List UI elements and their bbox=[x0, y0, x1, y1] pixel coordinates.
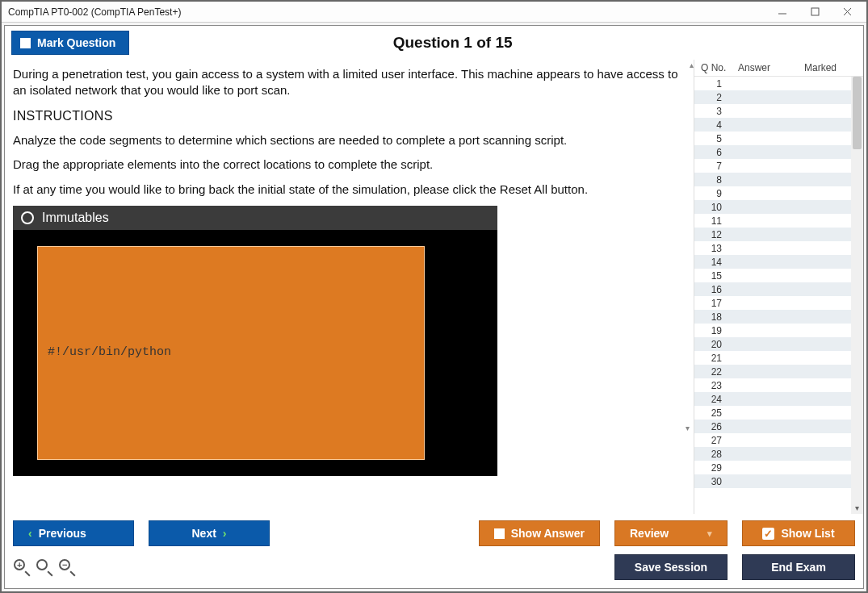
question-number: 20 bbox=[699, 339, 728, 350]
maximize-button[interactable] bbox=[799, 2, 831, 22]
minimize-button[interactable] bbox=[766, 2, 799, 22]
question-number: 10 bbox=[699, 202, 728, 213]
simulation-header: Immutables bbox=[13, 206, 497, 230]
question-list-row[interactable]: 26 bbox=[694, 420, 863, 433]
main-area: ▴ During a penetration test, you gain ac… bbox=[5, 60, 863, 514]
zoom-reset-icon[interactable] bbox=[36, 558, 53, 576]
end-exam-label: End Exam bbox=[771, 561, 826, 574]
question-number: 24 bbox=[699, 394, 728, 405]
question-number: 28 bbox=[699, 449, 728, 460]
zoom-out-icon[interactable]: − bbox=[58, 558, 76, 576]
question-list-row[interactable]: 28 bbox=[694, 447, 863, 461]
question-list-row[interactable]: 1 bbox=[694, 77, 863, 90]
previous-button[interactable]: ‹ Previous bbox=[13, 520, 134, 546]
col-qno: Q No. bbox=[698, 62, 738, 73]
question-list-row[interactable]: 12 bbox=[694, 228, 863, 241]
checkbox-icon bbox=[20, 38, 31, 48]
question-list-row[interactable]: 18 bbox=[694, 310, 863, 324]
question-list-row[interactable]: 22 bbox=[694, 365, 863, 378]
mark-question-label: Mark Question bbox=[37, 36, 115, 49]
code-drop-area[interactable]: #!/usr/bin/python bbox=[37, 246, 425, 460]
question-list-row[interactable]: 9 bbox=[694, 186, 863, 200]
question-list-row[interactable]: 29 bbox=[694, 461, 863, 474]
zoom-in-icon[interactable]: + bbox=[13, 558, 31, 576]
question-list-panel: Q No. Answer Marked 12345678910111213141… bbox=[694, 60, 863, 514]
review-label: Review bbox=[630, 527, 669, 540]
checkbox-icon bbox=[494, 528, 505, 539]
question-number: 3 bbox=[699, 106, 728, 117]
save-session-button[interactable]: Save Session bbox=[614, 554, 728, 580]
question-list-row[interactable]: 30 bbox=[694, 474, 863, 488]
question-number: 11 bbox=[699, 215, 728, 227]
review-button[interactable]: Review ▾ bbox=[614, 520, 728, 546]
question-number: 1 bbox=[699, 78, 728, 90]
show-answer-label: Show Answer bbox=[511, 527, 585, 540]
question-number: 7 bbox=[699, 161, 728, 172]
end-exam-button[interactable]: End Exam bbox=[742, 554, 855, 580]
question-list-row[interactable]: 19 bbox=[694, 324, 863, 337]
question-list-row[interactable]: 13 bbox=[694, 241, 863, 255]
question-text: During a penetration test, you gain acce… bbox=[13, 66, 689, 99]
question-list-row[interactable]: 2 bbox=[694, 90, 863, 104]
question-counter: Question 1 of 15 bbox=[129, 34, 857, 52]
question-list-row[interactable]: 10 bbox=[694, 200, 863, 214]
scrollbar-thumb[interactable] bbox=[853, 77, 862, 149]
next-label: Next bbox=[191, 527, 216, 540]
question-number: 30 bbox=[699, 476, 728, 487]
question-list-row[interactable]: 11 bbox=[694, 214, 863, 228]
question-number: 22 bbox=[699, 366, 728, 378]
question-list-row[interactable]: 21 bbox=[694, 351, 863, 365]
instructions-heading: INSTRUCTIONS bbox=[13, 107, 689, 125]
question-list-row[interactable]: 24 bbox=[694, 392, 863, 406]
question-list-row[interactable]: 3 bbox=[694, 104, 863, 118]
question-list-row[interactable]: 14 bbox=[694, 255, 863, 269]
code-line: #!/usr/bin/python bbox=[48, 345, 414, 361]
zoom-controls: + − bbox=[13, 558, 76, 576]
question-list-row[interactable]: 17 bbox=[694, 296, 863, 310]
col-answer: Answer bbox=[738, 62, 804, 73]
chevron-down-icon: ▾ bbox=[707, 528, 712, 539]
question-number: 25 bbox=[699, 407, 728, 419]
question-number: 9 bbox=[699, 188, 728, 199]
close-button[interactable] bbox=[831, 2, 863, 22]
question-list-row[interactable]: 15 bbox=[694, 269, 863, 282]
svg-rect-1 bbox=[811, 8, 819, 15]
footer: ‹ Previous Next › Show Answer Review ▾ bbox=[5, 514, 863, 588]
question-list-row[interactable]: 23 bbox=[694, 378, 863, 392]
question-list[interactable]: 1234567891011121314151617181920212223242… bbox=[694, 77, 863, 514]
show-list-button[interactable]: ✓ Show List bbox=[742, 520, 855, 546]
question-number: 17 bbox=[699, 298, 728, 309]
question-number: 4 bbox=[699, 119, 728, 131]
question-list-row[interactable]: 20 bbox=[694, 337, 863, 351]
chevron-left-icon: ‹ bbox=[28, 527, 32, 540]
scrollbar[interactable]: ▴ ▾ bbox=[851, 77, 863, 514]
show-answer-button[interactable]: Show Answer bbox=[479, 520, 600, 546]
question-content[interactable]: ▴ During a penetration test, you gain ac… bbox=[5, 60, 694, 514]
question-list-row[interactable]: 6 bbox=[694, 145, 863, 159]
question-list-row[interactable]: 5 bbox=[694, 132, 863, 145]
footer-row-2: + − Save Session End Exam bbox=[13, 554, 855, 580]
question-list-row[interactable]: 8 bbox=[694, 173, 863, 186]
question-list-row[interactable]: 16 bbox=[694, 282, 863, 296]
question-list-row[interactable]: 7 bbox=[694, 159, 863, 173]
scroll-down-icon[interactable]: ▾ bbox=[682, 424, 692, 433]
scroll-down-icon[interactable]: ▾ bbox=[851, 502, 863, 514]
question-number: 19 bbox=[699, 325, 728, 336]
question-number: 27 bbox=[699, 435, 728, 446]
instruction-line: Drag the appropriate elements into the c… bbox=[13, 157, 689, 173]
simulation-panel: Immutables #!/usr/bin/python bbox=[13, 206, 497, 476]
question-number: 29 bbox=[699, 462, 728, 474]
question-list-row[interactable]: 4 bbox=[694, 118, 863, 132]
question-number: 21 bbox=[699, 353, 728, 364]
chevron-right-icon: › bbox=[223, 527, 227, 540]
footer-row-1: ‹ Previous Next › Show Answer Review ▾ bbox=[13, 520, 855, 546]
question-list-row[interactable]: 27 bbox=[694, 433, 863, 447]
question-list-row[interactable]: 25 bbox=[694, 406, 863, 420]
mark-question-button[interactable]: Mark Question bbox=[11, 31, 129, 55]
next-button[interactable]: Next › bbox=[149, 520, 270, 546]
question-number: 12 bbox=[699, 229, 728, 240]
instruction-line: Analyze the code segments to determine w… bbox=[13, 132, 689, 148]
question-number: 23 bbox=[699, 380, 728, 391]
header-row: Mark Question Question 1 of 15 bbox=[5, 26, 863, 60]
question-number: 14 bbox=[699, 257, 728, 268]
